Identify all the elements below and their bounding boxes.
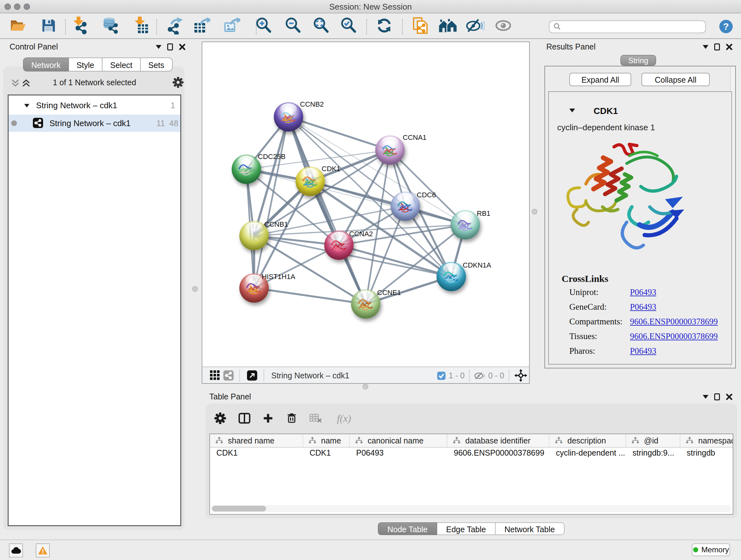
tab-string[interactable]: String (620, 55, 656, 66)
network-node-cdc25b[interactable] (232, 154, 261, 184)
refresh-button[interactable] (375, 18, 393, 36)
column-header-canonical-name[interactable]: canonical name (350, 434, 448, 447)
panel-maximize-icon[interactable] (714, 44, 720, 51)
crosslink-link[interactable]: P06493 (630, 346, 657, 356)
tab-network[interactable]: Network (23, 57, 69, 71)
toolbar-separator (402, 19, 403, 35)
section-title: CDK1 (594, 106, 618, 116)
import-network-button[interactable] (71, 18, 89, 36)
network-collection-row[interactable]: String Network – cdk1 1 (9, 97, 180, 115)
show-columns-button[interactable] (236, 410, 253, 427)
crosslink-label: Compartments: (569, 317, 622, 327)
grid-view-icon[interactable] (210, 370, 219, 380)
tab-style[interactable]: Style (69, 57, 103, 71)
collapse-all-button[interactable]: Collapse All (642, 73, 710, 86)
help-button[interactable]: ? (719, 20, 733, 33)
scrollbar-thumb[interactable] (212, 506, 266, 511)
column-header-shared-name[interactable]: shared name (210, 434, 303, 447)
panel-maximize-icon[interactable] (714, 393, 720, 400)
protein-structure-image (560, 125, 685, 259)
control-panel-title: Control Panel (10, 42, 58, 51)
zoom-in-button[interactable] (255, 18, 273, 36)
column-sort-icon (632, 436, 639, 445)
column-header-name[interactable]: name (303, 434, 350, 447)
gear-icon[interactable] (172, 77, 184, 88)
string-results-box: Expand All Collapse All CDK1 cyclin–depe… (544, 66, 736, 368)
crosslink-link[interactable]: P06493 (630, 287, 657, 297)
export-network-button[interactable] (165, 18, 183, 36)
tab-node-table[interactable]: Node Table (378, 522, 437, 535)
export-view-icon[interactable] (247, 370, 257, 381)
delete-column-button[interactable] (283, 410, 300, 427)
tab-edge-table[interactable]: Edge Table (437, 522, 495, 535)
table-cell: 9606.ENSP00000378699 (448, 448, 549, 458)
clone-network-button[interactable] (412, 18, 429, 36)
panel-float-icon[interactable] (156, 45, 161, 49)
column-header--id[interactable]: @id (626, 434, 680, 447)
crosslink-link[interactable]: P06493 (630, 302, 657, 312)
search-input[interactable] (549, 20, 706, 33)
cloud-status-button[interactable] (9, 543, 23, 557)
network-node-cdc6[interactable] (391, 192, 420, 221)
network-node-cdk1[interactable] (295, 167, 325, 196)
network-canvas[interactable]: CCNB2 CCNA1 CDC25B CDK1 CDC6 R (202, 42, 529, 367)
panel-maximize-icon[interactable] (167, 44, 173, 51)
tab-network-table[interactable]: Network Table (495, 522, 564, 535)
tree-expand-icon[interactable] (24, 104, 29, 108)
show-panel-button[interactable] (495, 18, 513, 36)
fit-content-icon[interactable] (515, 369, 527, 382)
selected-checkbox[interactable] (437, 372, 446, 380)
section-collapse-icon[interactable] (569, 109, 575, 112)
right-splitter-handle[interactable] (532, 209, 537, 214)
function-builder-button[interactable]: f(x) (333, 410, 355, 427)
zoom-fit-button[interactable] (312, 18, 330, 36)
add-column-button[interactable] (260, 410, 276, 427)
tab-select[interactable]: Select (103, 57, 140, 71)
network-node-cdkn1a[interactable] (436, 262, 466, 291)
save-session-button[interactable] (40, 18, 57, 36)
node-table-container: f(x) shared namenamecanonical namedataba… (205, 403, 737, 518)
hide-panel-button[interactable] (467, 18, 484, 36)
zoom-out-button[interactable] (284, 18, 302, 36)
import-database-button[interactable] (102, 18, 119, 36)
tab-sets[interactable]: Sets (141, 57, 173, 71)
memory-button[interactable]: Memory (692, 543, 730, 556)
panel-close-icon[interactable] (179, 44, 186, 51)
network-node-rb1[interactable] (451, 210, 480, 240)
results-panel-title: Results Panel (546, 42, 596, 51)
panel-float-icon[interactable] (703, 395, 709, 399)
export-table-button[interactable] (193, 18, 211, 36)
network-node-ccne1[interactable] (351, 289, 381, 319)
open-session-button[interactable] (9, 18, 27, 36)
network-node-ccna1[interactable] (375, 135, 405, 165)
title-bar: Session: New Session (0, 0, 741, 13)
network-row-selected[interactable]: String Network – cdk1 11 48 (9, 115, 180, 132)
network-birdseye-icon[interactable] (223, 370, 233, 381)
horizontal-scrollbar[interactable] (211, 505, 731, 512)
panel-close-icon[interactable] (726, 44, 733, 51)
panel-float-icon[interactable] (703, 45, 709, 49)
column-header-namespac[interactable]: namespac (680, 434, 733, 447)
status-bar: Memory (0, 540, 741, 560)
network-selection-status: 1 of 1 Network selected (8, 78, 181, 87)
panel-close-icon[interactable] (726, 393, 733, 400)
left-splitter-handle[interactable] (192, 286, 198, 292)
warning-status-button[interactable] (36, 543, 50, 557)
table-settings-button[interactable] (212, 410, 228, 427)
crosslink-link[interactable]: 9606.ENSP00000378699 (630, 317, 718, 327)
expand-all-button[interactable]: Expand All (569, 73, 631, 86)
delete-table-button[interactable] (308, 410, 324, 427)
table-row[interactable]: CDK1CDK1P064939606.ENSP00000378699cyclin… (210, 448, 733, 458)
home-button[interactable] (439, 18, 457, 36)
column-header-database-identifier[interactable]: database identifier (448, 434, 549, 447)
crosslink-label: Uniprot: (569, 287, 599, 297)
network-node-ccnb2[interactable] (274, 102, 303, 132)
zoom-selected-button[interactable] (340, 18, 357, 36)
crosslink-link[interactable]: 9606.ENSP00000378699 (630, 331, 718, 341)
network-node-count: 11 (156, 118, 165, 128)
export-image-button[interactable] (223, 18, 241, 36)
import-table-button[interactable] (132, 18, 150, 36)
network-label: String Network – cdk1 (50, 118, 131, 128)
column-header-description[interactable]: description (549, 434, 626, 447)
import-network-icon (71, 17, 88, 37)
